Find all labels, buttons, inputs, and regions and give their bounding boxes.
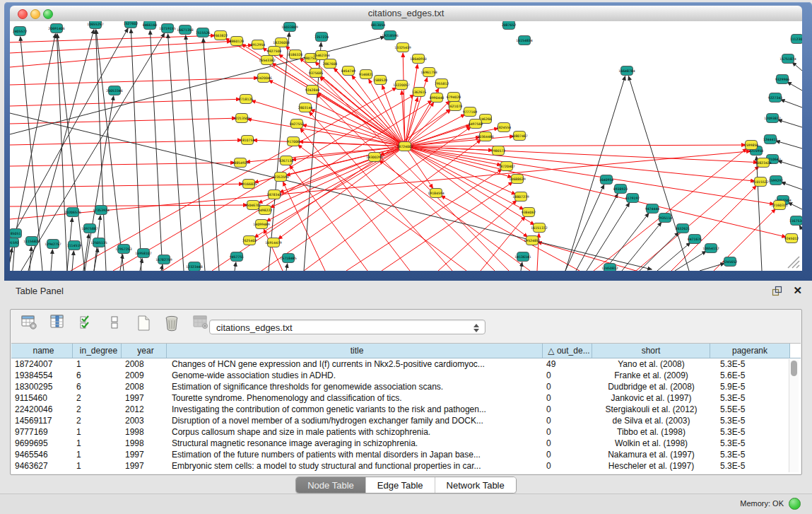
column-header-short[interactable]: short xyxy=(592,344,710,358)
network-edge[interactable] xyxy=(320,77,509,271)
network-edge[interactable] xyxy=(382,182,512,271)
network-edge[interactable] xyxy=(120,255,123,271)
column-header-in-degree[interactable]: in_degree xyxy=(73,344,122,358)
network-edge[interactable] xyxy=(778,160,802,168)
tab-edge-table[interactable]: Edge Table xyxy=(366,477,435,493)
network-svg[interactable]: 2405572206914061065525715276028466160107… xyxy=(10,21,802,271)
table-row[interactable]: 1872400712008Changes of HCN gene express… xyxy=(11,358,790,370)
network-edge[interactable] xyxy=(96,30,124,271)
network-edge[interactable] xyxy=(57,34,67,271)
network-edge[interactable] xyxy=(622,222,661,271)
table-row[interactable]: 911546021997Tourette syndrome. Phenomeno… xyxy=(11,392,790,404)
network-edge[interactable] xyxy=(57,34,85,271)
table-select-dropdown[interactable]: citations_edges.txt xyxy=(209,320,486,334)
network-edge[interactable] xyxy=(781,100,802,107)
network-node-label: 15046706 xyxy=(245,204,261,207)
network-edge[interactable] xyxy=(150,30,163,271)
network-edge[interactable] xyxy=(565,76,625,271)
column-header-out-degree-sorted[interactable]: △ out_de... xyxy=(543,344,592,358)
float-panel-icon[interactable] xyxy=(772,286,782,296)
network-edge[interactable] xyxy=(131,29,141,271)
network-edge[interactable] xyxy=(756,156,762,271)
table-row[interactable]: 1456911722003Disruption of a novel membe… xyxy=(11,415,790,426)
table-row[interactable]: 977716911998Corpus callosum shape and si… xyxy=(11,426,790,438)
stacked-rows-icon[interactable] xyxy=(105,314,124,333)
network-edge[interactable] xyxy=(10,41,231,53)
column-header-pagerank[interactable]: pagerank xyxy=(710,344,790,358)
table-row[interactable]: 2242004622012Investigating the contribut… xyxy=(11,404,790,415)
network-edge[interactable] xyxy=(636,166,759,271)
network-edge[interactable] xyxy=(270,146,405,208)
network-edge[interactable] xyxy=(286,264,288,271)
network-node-label: 12942757 xyxy=(45,243,61,246)
network-edge[interactable] xyxy=(587,203,630,271)
network-edge[interactable] xyxy=(10,140,242,145)
network-edge[interactable] xyxy=(778,119,802,127)
network-edge[interactable] xyxy=(640,233,678,271)
table-row[interactable]: 946362711997Embryonic stem cells: a mode… xyxy=(11,460,790,472)
column-checks-icon[interactable] xyxy=(77,314,95,333)
network-edge[interactable] xyxy=(10,45,252,67)
network-edge[interactable] xyxy=(787,82,802,90)
network-edge[interactable] xyxy=(10,35,215,42)
network-edge[interactable] xyxy=(51,250,52,271)
table-row[interactable]: 946554611997Estimation of the future num… xyxy=(11,449,790,460)
select-column-icon[interactable] xyxy=(48,314,66,333)
network-edge[interactable] xyxy=(10,248,12,271)
column-header-year[interactable]: year xyxy=(122,344,167,358)
network-edge[interactable] xyxy=(792,62,802,71)
network-edge[interactable] xyxy=(334,68,405,146)
network-edge[interactable] xyxy=(782,182,802,189)
network-edge[interactable] xyxy=(776,141,802,148)
table-scrollbar[interactable] xyxy=(789,359,799,472)
network-edge[interactable] xyxy=(10,118,236,124)
network-edge[interactable] xyxy=(405,146,755,181)
new-document-icon[interactable] xyxy=(134,314,153,333)
trash-icon[interactable] xyxy=(163,314,181,333)
table-settings-icon[interactable] xyxy=(20,314,38,333)
network-edge[interactable] xyxy=(10,163,235,166)
network-edge[interactable] xyxy=(438,200,517,271)
network-edge[interactable] xyxy=(10,184,243,187)
network-edge[interactable] xyxy=(565,185,604,271)
network-edge[interactable] xyxy=(286,146,405,175)
table-row[interactable]: 1830029562008Estimation of significance … xyxy=(11,381,790,392)
network-edge[interactable] xyxy=(10,99,240,106)
network-edge[interactable] xyxy=(269,33,289,271)
network-window-titlebar[interactable]: citations_edges.txt xyxy=(10,6,802,22)
table-row[interactable]: 969969511998Structural magnetic resonanc… xyxy=(11,438,790,449)
network-edge[interactable] xyxy=(21,33,165,271)
network-edge[interactable] xyxy=(30,247,31,271)
tab-network-table[interactable]: Network Table xyxy=(435,477,516,493)
network-edge[interactable] xyxy=(675,251,706,271)
network-edge[interactable] xyxy=(799,226,802,230)
network-edge[interactable] xyxy=(441,196,579,271)
network-edge[interactable] xyxy=(246,146,405,162)
network-edge[interactable] xyxy=(405,146,534,225)
network-edge[interactable] xyxy=(186,35,205,271)
network-edge[interactable] xyxy=(72,251,73,271)
network-edge[interactable] xyxy=(405,110,451,146)
network-edge[interactable] xyxy=(235,262,236,271)
network-edge[interactable] xyxy=(521,262,522,271)
network-edge[interactable] xyxy=(788,202,802,209)
network-edge[interactable] xyxy=(304,140,481,271)
network-canvas[interactable]: 2405572206914061065525715276028466160107… xyxy=(10,21,802,271)
table-scrollbar-thumb[interactable] xyxy=(791,361,797,376)
resize-grip-icon[interactable] xyxy=(784,252,801,269)
network-edge[interactable] xyxy=(405,145,746,146)
network-edge[interactable] xyxy=(604,213,649,271)
close-panel-icon[interactable]: ✕ xyxy=(793,284,802,297)
network-edge[interactable] xyxy=(299,141,405,146)
network-edge[interactable] xyxy=(204,38,219,271)
network-edge[interactable] xyxy=(264,229,283,271)
network-edge[interactable] xyxy=(261,127,471,271)
network-edge[interactable] xyxy=(298,145,466,271)
network-edge[interactable] xyxy=(346,169,502,271)
column-header-name[interactable]: name xyxy=(11,344,73,358)
network-edge[interactable] xyxy=(278,54,405,146)
tab-node-table[interactable]: Node Table xyxy=(296,477,366,493)
network-edge[interactable] xyxy=(700,263,724,271)
column-header-title[interactable]: title xyxy=(167,344,543,358)
table-row[interactable]: 1938455462009Genome-wide association stu… xyxy=(11,370,790,381)
